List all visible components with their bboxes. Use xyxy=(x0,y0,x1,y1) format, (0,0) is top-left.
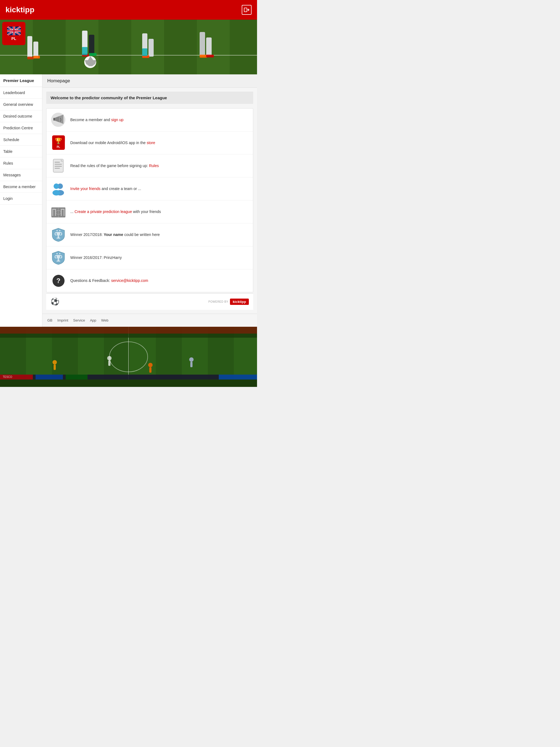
friends-icon xyxy=(51,181,66,196)
megaphone-icon xyxy=(51,112,66,127)
svg-rect-16 xyxy=(33,56,40,58)
login-icon[interactable] xyxy=(242,5,252,15)
svg-point-90 xyxy=(189,357,194,362)
svg-rect-13 xyxy=(27,36,32,58)
winner-2017-text: Winner 2016/2017: PrinzHarry xyxy=(70,255,122,261)
svg-rect-20 xyxy=(89,53,97,56)
svg-point-56 xyxy=(54,183,59,189)
winner-2018-text: Winner 2017/2018: Your name could be wri… xyxy=(70,232,160,238)
signup-link[interactable]: sign up xyxy=(111,118,123,122)
svg-marker-43 xyxy=(59,114,63,124)
sidebar-item-leaderboard[interactable]: Leaderboard xyxy=(0,87,42,99)
svg-rect-62 xyxy=(64,209,65,216)
create-league-link[interactable]: Create a private prediction league xyxy=(75,209,132,214)
bottom-links: GB Imprint Service App Web xyxy=(42,314,257,327)
sidebar-item-general-overview[interactable]: General overview xyxy=(0,99,42,110)
signup-text: Become a member and sign up xyxy=(70,117,124,123)
svg-rect-42 xyxy=(53,118,55,121)
document-icon xyxy=(51,158,66,173)
hero-banner-bottom: TESCO xyxy=(0,327,257,387)
svg-rect-28 xyxy=(206,55,214,57)
powered-by-brand: kicktipp xyxy=(230,299,249,305)
trophy-blue2-icon: ★ ★ xyxy=(51,250,66,265)
sidebar-item-prediction-centre[interactable]: Prediction Centre xyxy=(0,122,42,134)
svg-text:🏆: 🏆 xyxy=(55,137,62,145)
feature-item-app: 🏆 PL Download our mobile Android/iOS app… xyxy=(47,131,253,154)
svg-rect-25 xyxy=(200,32,205,56)
svg-point-84 xyxy=(52,360,57,364)
svg-rect-68 xyxy=(56,238,60,238)
feature-item-winner-2017: ★ ★ Winner 2016/2017: PrinzHarry xyxy=(47,247,253,269)
svg-rect-94 xyxy=(35,375,63,380)
content-footer: ⚽ POWERED BY kicktipp xyxy=(46,293,253,310)
svg-point-57 xyxy=(52,190,60,196)
app-text: Download our mobile Android/iOS app in t… xyxy=(70,140,155,146)
bottom-link-gb[interactable]: GB xyxy=(47,318,52,323)
league-code: PL xyxy=(11,36,17,41)
bottom-link-service[interactable]: Service xyxy=(73,318,85,323)
sidebar-item-schedule[interactable]: Schedule xyxy=(0,134,42,146)
bottom-link-web[interactable]: Web xyxy=(101,318,108,323)
svg-text:★ ★: ★ ★ xyxy=(56,229,60,232)
feature-item-signup: Become a member and sign up xyxy=(47,108,253,131)
sidebar-item-table[interactable]: Table xyxy=(0,146,42,157)
svg-rect-26 xyxy=(206,37,212,56)
svg-rect-87 xyxy=(108,360,110,366)
bottom-link-imprint[interactable]: Imprint xyxy=(57,318,68,323)
rules-link[interactable]: Rules xyxy=(149,163,159,168)
main-content: Homepage Welcome to the predictor commun… xyxy=(42,74,257,327)
svg-rect-0 xyxy=(244,8,247,12)
sidebar-item-login[interactable]: Login xyxy=(0,193,42,205)
svg-rect-83 xyxy=(0,327,257,334)
svg-text:★ ★: ★ ★ xyxy=(56,252,60,255)
svg-point-86 xyxy=(107,356,111,360)
invite-link[interactable]: Invite your friends xyxy=(70,186,101,191)
league-flag-badge[interactable]: PL xyxy=(2,22,25,45)
feature-item-feedback: ? Questions & Feedback: service@kicktipp… xyxy=(47,269,253,292)
svg-rect-91 xyxy=(190,362,193,367)
uk-flag-icon xyxy=(7,27,21,35)
feature-item-winner-2018: ★ ★ Winner 2017/2018: Your name could be… xyxy=(47,223,253,247)
svg-rect-67 xyxy=(57,236,59,238)
svg-text:PL: PL xyxy=(57,145,60,148)
svg-text:TESCO: TESCO xyxy=(3,376,12,379)
feature-item-rules: Read the rules of the game before signin… xyxy=(47,154,253,177)
pl-badge-icon: 🏆 PL xyxy=(51,135,66,150)
store-link[interactable]: store xyxy=(147,140,155,145)
main-layout: Premier League Leaderboard General overv… xyxy=(0,74,257,327)
service-email-link[interactable]: service@kicktipp.com xyxy=(111,278,148,283)
rules-text: Read the rules of the game before signin… xyxy=(70,163,159,169)
svg-rect-71 xyxy=(56,261,60,261)
svg-rect-27 xyxy=(200,55,207,58)
create-league-text: ... Create a private prediction league w… xyxy=(70,209,161,215)
question-icon: ? xyxy=(51,273,66,288)
content-inner: Welcome to the predictor community of th… xyxy=(42,88,257,314)
powered-by: POWERED BY kicktipp xyxy=(208,299,249,305)
feature-list: Become a member and sign up 🏆 PL xyxy=(46,108,253,292)
sidebar-item-desired-outcome[interactable]: Desired outcome xyxy=(0,110,42,122)
feedback-text: Questions & Feedback: service@kicktipp.c… xyxy=(70,278,148,284)
svg-rect-97 xyxy=(219,375,257,380)
sidebar-item-become-member[interactable]: Become a member xyxy=(0,181,42,193)
app-header: kicktipp xyxy=(0,0,257,20)
svg-rect-23 xyxy=(149,39,154,57)
bottom-link-app[interactable]: App xyxy=(90,318,96,323)
svg-rect-98 xyxy=(0,380,257,387)
sidebar-item-rules[interactable]: Rules xyxy=(0,157,42,169)
stadium-icon xyxy=(51,204,66,219)
trophy-blue-icon: ★ ★ xyxy=(51,227,66,242)
svg-rect-85 xyxy=(54,364,56,370)
sidebar-league-title: Premier League xyxy=(0,74,42,87)
svg-rect-14 xyxy=(33,42,38,58)
feature-item-invite: Invite your friends and create a team or… xyxy=(47,177,253,200)
hero-banner-top: PL xyxy=(0,20,257,74)
svg-rect-30 xyxy=(142,48,147,56)
sidebar-item-messages[interactable]: Messages xyxy=(0,169,42,181)
powered-by-label: POWERED BY xyxy=(208,300,228,303)
svg-rect-18 xyxy=(89,35,94,55)
page-title: Homepage xyxy=(42,74,257,88)
svg-point-88 xyxy=(148,363,153,367)
invite-text: Invite your friends and create a team or… xyxy=(70,186,141,192)
svg-rect-10 xyxy=(131,20,164,74)
feature-item-create-league: ... Create a private prediction league w… xyxy=(47,200,253,223)
